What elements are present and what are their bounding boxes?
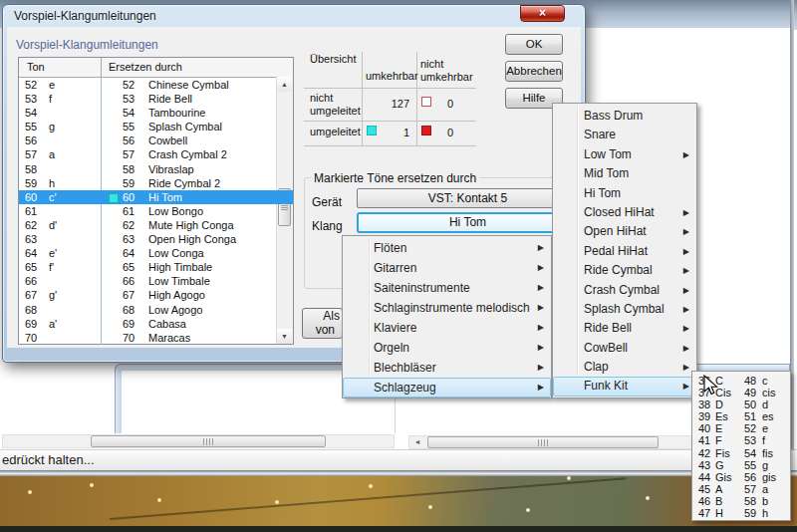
count-not-redirected-not-reversible: 0 — [447, 98, 453, 110]
menu-item[interactable]: Ride Cymbal ▶ — [553, 261, 696, 280]
submenu-arrow-icon: ▶ — [683, 204, 689, 221]
note-menu-row[interactable]: 43 G 55 g — [692, 459, 790, 471]
menu-item[interactable]: Orgeln ▶ — [343, 338, 551, 358]
menu-item[interactable]: CowBell ▶ — [553, 339, 696, 358]
partially-hidden-button[interactable]: Als von — [302, 308, 343, 339]
table-row[interactable]: 70 70 Maracas — [19, 331, 293, 345]
table-row[interactable]: 55 g 55 Splash Cymbal — [19, 120, 293, 133]
menu-item[interactable]: Ride Bell ▶ — [553, 319, 696, 338]
instrument-category-menu: Flöten ▶ Gitarren ▶ Saiteninstrumente ▶ … — [342, 235, 552, 399]
note-menu-row[interactable]: 45 A 57 a — [692, 483, 790, 495]
menu-item[interactable]: Mid Tom ▶ — [553, 164, 696, 183]
scrollbar-thumb[interactable] — [427, 436, 659, 448]
submenu-arrow-icon: ▶ — [538, 299, 544, 317]
menu-item[interactable]: Saiteninstrumente ▶ — [343, 278, 551, 298]
table-row[interactable]: 58 58 Vibraslap — [19, 162, 293, 176]
status-text: edrückt halten... — [2, 452, 95, 467]
menu-item[interactable]: Hi Tom ▶ — [553, 184, 696, 203]
menu-item[interactable]: Blechbläser ▶ — [343, 358, 551, 378]
submenu-arrow-icon: ▶ — [683, 146, 689, 163]
note-menu-row[interactable]: 47 H 59 h — [692, 507, 790, 519]
table-row[interactable]: 54 54 Tambourine — [19, 106, 293, 120]
sound-button[interactable]: Hi Tom — [357, 212, 579, 233]
table-header: Ton Ersetzen durch — [19, 58, 293, 78]
submenu-arrow-icon: ▶ — [538, 359, 544, 377]
menu-item[interactable]: Funk Kit ▶ — [553, 377, 696, 396]
submenu-arrow-icon: ▶ — [683, 282, 689, 299]
menu-item[interactable]: Bass Drum ▶ — [553, 107, 696, 126]
table-row[interactable]: 63 63 Open High Conga — [19, 232, 293, 246]
ok-button[interactable]: OK — [505, 34, 563, 55]
close-button[interactable]: × — [520, 5, 565, 22]
device-label: Gerät — [312, 195, 342, 209]
menu-item[interactable]: Pedal HiHat ▶ — [553, 242, 696, 261]
table-row[interactable]: 53 f 53 Ride Bell — [19, 92, 293, 106]
sound-label: Klang — [312, 219, 343, 233]
overview-panel: Übersicht umkehrbar nicht umkehrbar nich… — [304, 50, 476, 146]
table-row[interactable]: 61 61 Low Bongo — [19, 204, 293, 218]
cancel-button[interactable]: Abbrechen — [505, 61, 563, 82]
dialog-heading: Vorspiel-Klangumleitungen — [16, 38, 158, 52]
table-row[interactable]: 67 g' 67 High Agogo — [19, 288, 293, 302]
submenu-arrow-icon: ▶ — [683, 223, 689, 240]
horizontal-scrollbar-left-pane[interactable] — [2, 434, 395, 448]
column-not-reversible: nicht umkehrbar — [420, 58, 474, 84]
menu-item[interactable]: Snare ▶ — [553, 126, 696, 144]
column-reversible: umkehrbar — [366, 70, 415, 82]
overview-title: Übersicht — [310, 53, 356, 65]
taskbar-strip — [0, 526, 797, 532]
submenu-arrow-icon: ▶ — [538, 239, 544, 257]
table-row[interactable]: 57 a 57 Crash Cymbal 2 — [19, 147, 293, 161]
menu-item[interactable]: Klaviere ▶ — [343, 318, 551, 338]
note-menu-row[interactable]: 39 Es 51 es — [692, 410, 790, 422]
menu-item[interactable]: Open HiHat ▶ — [553, 222, 696, 241]
menu-item[interactable]: Clap ▶ — [553, 358, 696, 377]
note-menu-row[interactable]: 40 E 52 e — [692, 422, 790, 434]
replace-groupbox-title: Markierte Töne ersetzen durch — [311, 171, 479, 185]
table-row[interactable]: 62 d' 62 Mute High Conga — [19, 218, 293, 232]
menu-item[interactable]: Schlagzeug ▶ — [343, 378, 551, 398]
scrollbar-thumb[interactable] — [91, 435, 326, 447]
note-menu-row[interactable]: 44 Gis 56 gis — [692, 471, 790, 483]
submenu-arrow-icon: ▶ — [683, 340, 689, 357]
legend-red-square-icon — [421, 126, 431, 135]
table-row[interactable]: 56 56 Cowbell — [19, 133, 293, 147]
scroll-left-icon[interactable]: ◄ — [410, 436, 424, 448]
scroll-up-icon[interactable]: ▲ — [277, 77, 292, 92]
menu-item[interactable]: Gitarren ▶ — [343, 258, 551, 278]
scroll-down-icon[interactable]: ▼ — [277, 329, 292, 344]
close-icon: × — [539, 6, 546, 20]
submenu-arrow-icon: ▶ — [683, 301, 689, 318]
table-row[interactable]: 60 c' 60 Hi Tom — [19, 190, 293, 204]
table-vertical-scrollbar[interactable]: ▲ ▼ — [276, 77, 293, 344]
scrollbar-grip — [538, 439, 539, 446]
table-row[interactable]: 66 66 Low Timbale — [19, 274, 293, 288]
tone-mapping-table[interactable]: Ton Ersetzen durch 52 e 52 Chinese Cymba… — [18, 57, 294, 345]
submenu-arrow-icon: ▶ — [683, 243, 689, 260]
menu-item[interactable]: Flöten ▶ — [343, 238, 551, 258]
table-row[interactable]: 69 a' 69 Cabasa — [19, 317, 293, 331]
submenu-arrow-icon: ▶ — [538, 279, 544, 297]
table-row[interactable]: 68 68 Low Agogo — [19, 303, 293, 317]
device-button[interactable]: VST: Kontakt 5 — [357, 188, 579, 208]
menu-item[interactable]: Low Tom ▶ — [553, 145, 696, 164]
row-redirected-label: umgeleitet — [310, 126, 361, 137]
note-menu-row[interactable]: 41 F 53 f — [692, 434, 790, 446]
redirect-marker-icon — [109, 193, 119, 203]
count-redirected-reversible: 1 — [366, 127, 409, 138]
menu-item[interactable]: Crash Cymbal ▶ — [553, 281, 696, 300]
table-row[interactable]: 65 f' 65 High Timbale — [19, 260, 293, 274]
table-row[interactable]: 64 e' 64 Low Conga — [19, 246, 293, 260]
submenu-arrow-icon: ▶ — [538, 259, 544, 277]
note-menu-row[interactable]: 42 Fis 54 fis — [692, 447, 790, 459]
submenu-arrow-icon: ▶ — [683, 359, 689, 376]
child-window-left-frame — [115, 370, 122, 433]
note-menu-row[interactable]: 38 D 50 d — [692, 399, 790, 410]
table-body: 52 e 52 Chinese Cymbal 53 f 53 Ride Bell… — [19, 78, 293, 345]
table-row[interactable]: 52 e 52 Chinese Cymbal — [19, 78, 293, 92]
menu-item[interactable]: Schlaginstrumente melodisch ▶ — [343, 298, 551, 318]
table-row[interactable]: 59 h 59 Ride Cymbal 2 — [19, 176, 293, 190]
note-menu-row[interactable]: 46 B 58 b — [692, 495, 790, 507]
menu-item[interactable]: Splash Cymbal ▶ — [553, 300, 696, 319]
menu-item[interactable]: Closed HiHat ▶ — [553, 203, 696, 222]
